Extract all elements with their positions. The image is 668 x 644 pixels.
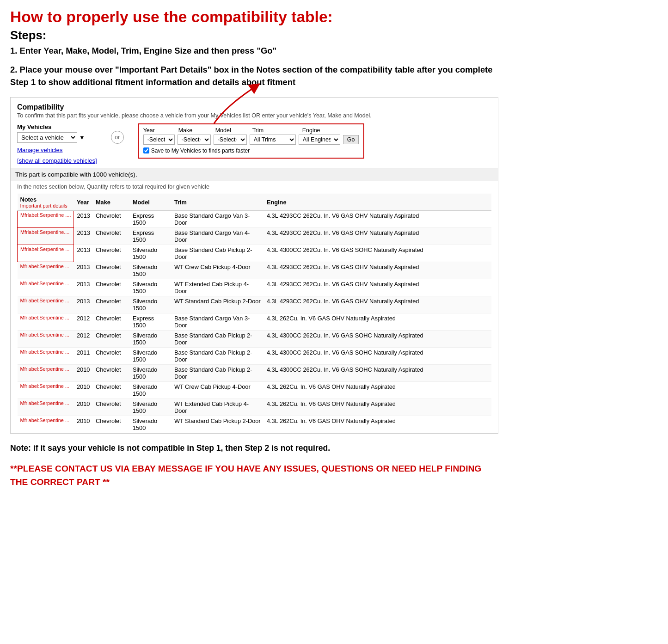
compatibility-section: Compatibility To confirm that this part … <box>10 97 498 434</box>
table-row: Mfrlabel:Serpentine ...2013ChevroletSilv… <box>18 245 492 262</box>
steps-label: Steps: <box>10 29 498 42</box>
note-text: Note: if it says your vehicle is not com… <box>10 442 498 454</box>
step2-text: 2. Place your mouse over "Important Part… <box>10 63 498 89</box>
table-cell: 4.3L 4300CC 262Cu. In. V6 GAS SOHC Natur… <box>264 364 491 381</box>
table-cell: Chevrolet <box>93 279 130 296</box>
compat-count-bar: This part is compatible with 1000 vehicl… <box>11 168 498 181</box>
table-cell: Mfrlabel:Serpentine ... <box>18 245 74 262</box>
table-cell: WT Extended Cab Pickup 4-Door <box>172 399 264 416</box>
table-row: Mfrlabel:Serpentine ...2013ChevroletSilv… <box>18 279 492 296</box>
go-button[interactable]: Go <box>343 135 359 144</box>
engine-select[interactable]: All Engines <box>299 135 340 145</box>
table-cell: 2012 <box>74 330 93 347</box>
table-cell: 2013 <box>74 227 93 245</box>
table-row: Mfrlabel:Serpentine ...2012ChevroletExpr… <box>18 313 492 330</box>
year-select[interactable]: -Select- <box>143 135 175 145</box>
table-cell: Mfrlabel:Serpentine ... <box>18 296 74 313</box>
table-row: Mfrlabel:Serpentine ...2010ChevroletSilv… <box>18 416 492 433</box>
table-cell: Chevrolet <box>93 364 130 381</box>
table-row: Mfrlabel:Serpentine ...2010ChevroletSilv… <box>18 364 492 381</box>
model-select[interactable]: -Select- <box>214 135 247 145</box>
table-cell: Base Standard Cab Pickup 2-Door <box>172 347 264 364</box>
table-cell: WT Extended Cab Pickup 4-Door <box>172 279 264 296</box>
col-header-engine: Engine <box>264 194 491 210</box>
table-cell: Express 1500 <box>130 210 172 227</box>
table-cell: Base Standard Cargo Van 3-Door <box>172 313 264 330</box>
table-cell: Chevrolet <box>93 296 130 313</box>
year-make-section: Year Make Model Trim Engine -Select- -Se… <box>138 123 365 159</box>
table-cell: Chevrolet <box>93 399 130 416</box>
vehicle-select[interactable]: Select a vehicle <box>17 132 77 143</box>
table-cell: 4.3L 4293CC 262Cu. In. V6 GAS OHV Natura… <box>264 227 491 245</box>
table-cell: Chevrolet <box>93 227 130 245</box>
table-cell: 4.3L 262Cu. In. V6 GAS OHV Naturally Asp… <box>264 313 491 330</box>
col-header-trim: Trim <box>172 194 264 210</box>
table-cell: 4.3L 262Cu. In. V6 GAS OHV Naturally Asp… <box>264 399 491 416</box>
table-cell: Mfrlabel:Serpentine ... <box>18 416 74 433</box>
table-cell: Chevrolet <box>93 210 130 227</box>
table-cell: Silverado 1500 <box>130 364 172 381</box>
main-title: How to properly use the compatibility ta… <box>10 8 498 26</box>
table-cell: Mfrlabel:Serpentine.... <box>18 227 74 245</box>
table-cell: Mfrlabel:Serpentine ... <box>18 364 74 381</box>
table-row: Mfrlabel:Serpentine....2013ChevroletExpr… <box>18 227 492 245</box>
compat-subtitle: To confirm that this part fits your vehi… <box>17 112 491 119</box>
table-cell: Silverado 1500 <box>130 416 172 433</box>
table-cell: Chevrolet <box>93 313 130 330</box>
table-cell: 4.3L 262Cu. In. V6 GAS OHV Naturally Asp… <box>264 381 491 399</box>
table-cell: Base Standard Cargo Van 3-Door <box>172 210 264 227</box>
col-header-year: Year <box>74 194 93 210</box>
table-cell: 4.3L 4293CC 262Cu. In. V6 GAS OHV Natura… <box>264 210 491 227</box>
trim-select[interactable]: All Trims <box>250 135 296 145</box>
table-cell: WT Crew Cab Pickup 4-Door <box>172 381 264 399</box>
or-label: or <box>111 131 124 144</box>
table-cell: Chevrolet <box>93 330 130 347</box>
vehicle-select-row: Select a vehicle ▼ <box>17 132 97 143</box>
compat-table: Notes Important part details Year Make M… <box>17 194 491 433</box>
table-cell: WT Standard Cab Pickup 2-Door <box>172 296 264 313</box>
table-cell: 2010 <box>74 399 93 416</box>
compat-title: Compatibility <box>17 103 491 111</box>
table-row: Mfrlabel:Serpentine ....2013ChevroletExp… <box>18 210 492 227</box>
table-cell: 2011 <box>74 347 93 364</box>
table-cell: WT Standard Cab Pickup 2-Door <box>172 416 264 433</box>
table-cell: Mfrlabel:Serpentine .... <box>18 210 74 227</box>
table-cell: 2013 <box>74 210 93 227</box>
table-row: Mfrlabel:Serpentine ...2013ChevroletSilv… <box>18 262 492 279</box>
table-cell: Mfrlabel:Serpentine ... <box>18 330 74 347</box>
col-header-model: Model <box>130 194 172 210</box>
table-body: Mfrlabel:Serpentine ....2013ChevroletExp… <box>18 210 492 433</box>
make-label: Make <box>178 127 212 134</box>
step1-text: 1. Enter Year, Make, Model, Trim, Engine… <box>10 45 498 57</box>
make-select[interactable]: -Select- <box>178 135 211 145</box>
table-cell: Express 1500 <box>130 227 172 245</box>
save-vehicles-label: Save to My Vehicles to finds parts faste… <box>151 147 250 154</box>
table-cell: Chevrolet <box>93 381 130 399</box>
col-header-make: Make <box>93 194 130 210</box>
table-row: Mfrlabel:Serpentine ...2011ChevroletSilv… <box>18 347 492 364</box>
table-cell: Silverado 1500 <box>130 399 172 416</box>
model-label: Model <box>215 127 249 134</box>
table-row: Mfrlabel:Serpentine ...2010ChevroletSilv… <box>18 399 492 416</box>
table-cell: WT Crew Cab Pickup 4-Door <box>172 262 264 279</box>
table-cell: 2013 <box>74 279 93 296</box>
table-cell: 2012 <box>74 313 93 330</box>
my-vehicles-section: My Vehicles Select a vehicle ▼ Manage ve… <box>17 123 97 164</box>
engine-label: Engine <box>302 127 344 134</box>
table-cell: 4.3L 4293CC 262Cu. In. V6 GAS OHV Natura… <box>264 296 491 313</box>
table-cell: 2013 <box>74 245 93 262</box>
table-cell: Mfrlabel:Serpentine ... <box>18 279 74 296</box>
table-cell: 2013 <box>74 262 93 279</box>
table-cell: 2010 <box>74 416 93 433</box>
table-cell: 4.3L 4300CC 262Cu. In. V6 GAS SOHC Natur… <box>264 330 491 347</box>
table-row: Mfrlabel:Serpentine ...2010ChevroletSilv… <box>18 381 492 399</box>
show-all-link[interactable]: [show all compatible vehicles] <box>17 157 97 164</box>
manage-vehicles-link[interactable]: Manage vehicles <box>17 147 97 153</box>
table-cell: Express 1500 <box>130 313 172 330</box>
table-cell: Silverado 1500 <box>130 381 172 399</box>
table-cell: Base Standard Cargo Van 4-Door <box>172 227 264 245</box>
save-vehicles-checkbox[interactable] <box>143 147 149 153</box>
col-header-notes: Notes Important part details <box>18 194 74 210</box>
year-label: Year <box>143 127 175 134</box>
contact-text: **PLEASE CONTACT US VIA EBAY MESSAGE IF … <box>10 462 498 489</box>
